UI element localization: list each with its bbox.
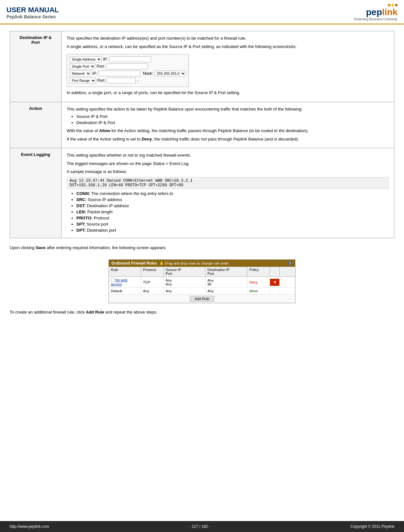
code-line-1: Aug 13 23:47:44 Denied CONN=Ethernet WAN… bbox=[70, 179, 386, 183]
footer-copyright: Copyright © 2011 Peplink bbox=[351, 524, 394, 529]
range-dash: - bbox=[137, 78, 138, 83]
fw-cell-policy-1: Deny bbox=[247, 279, 270, 285]
fw-cell-protocol-2: Any bbox=[141, 288, 164, 294]
mask-label: Mask: bbox=[143, 71, 153, 76]
fw-drag-text: Drag and drop rows to change rule order bbox=[165, 261, 229, 265]
fw-intro-text: Upon clicking Save after entering requir… bbox=[10, 245, 394, 251]
fw-col-actions bbox=[270, 267, 280, 276]
fw-col-policy: Policy bbox=[247, 267, 270, 276]
mask-select[interactable]: 255.255.255.0 bbox=[155, 71, 186, 76]
fw-col-protocol: Protocol bbox=[141, 267, 164, 276]
firewall-section: Upon clicking Save after entering requir… bbox=[10, 245, 394, 315]
fw-header-bar: Outbound Firewall Rules ✋ Drag and drop … bbox=[109, 260, 295, 267]
dest-para-2: A single address, or a network, can be s… bbox=[67, 44, 389, 50]
fw-data-row-1: No web access TCP AnyAny Any80 Deny ✕ bbox=[109, 277, 295, 288]
peplink-logo: peplink Protecting Business Continuity bbox=[354, 4, 398, 21]
table-row-action: Action This setting specifies the action… bbox=[10, 102, 394, 148]
fw-add-rule-row: Add Rule bbox=[109, 295, 295, 303]
port-label-2: Port: bbox=[97, 78, 105, 83]
fw-cell-rule-2: Default bbox=[109, 288, 141, 294]
fw-help-button[interactable]: ? bbox=[287, 261, 293, 266]
fw-col-source: Source IPPort bbox=[164, 267, 206, 276]
fw-drag-icon: ✋ bbox=[159, 261, 164, 265]
footer-page: - 127 / 182 - bbox=[189, 524, 210, 529]
event-bullet-list: CONN: The connection where the log entry… bbox=[76, 191, 389, 233]
event-bullet-dpt: DPT: Destination port bbox=[76, 228, 389, 233]
single-address-select[interactable]: Single Address bbox=[70, 56, 102, 62]
event-bullet-conn: CONN: The connection where the log entry… bbox=[76, 191, 389, 196]
action-bullet-2: Destination IP & Port bbox=[76, 120, 389, 125]
fw-cell-empty-2 bbox=[270, 290, 280, 292]
fw-column-headers: Rule Protocol Source IPPort Destination … bbox=[109, 267, 295, 277]
label-destination: Destination IP &Port bbox=[10, 31, 62, 102]
dest-para-3: In addition, a single port, or a range o… bbox=[67, 90, 389, 96]
logo-link: link bbox=[382, 7, 398, 17]
fw-cell-source-1: AnyAny bbox=[164, 277, 206, 287]
table-row-event-logging: Event Logging This setting specifies whe… bbox=[10, 148, 394, 238]
action-para-1: This setting specifies the action to be … bbox=[67, 106, 389, 112]
page-footer: http://www.peplink.com - 127 / 182 - Cop… bbox=[0, 521, 404, 532]
ip-input-2[interactable] bbox=[99, 71, 140, 76]
destination-label-text: Destination IP &Port bbox=[20, 35, 52, 45]
event-bullet-dst: DST: Destination IP address bbox=[76, 203, 389, 208]
code-block: Aug 13 23:47:44 Denied CONN=Ethernet WAN… bbox=[67, 177, 389, 189]
dot-3 bbox=[395, 4, 398, 6]
drag-handle-icon bbox=[111, 278, 115, 282]
fw-table-wrapper: Outbound Firewall Rules ✋ Drag and drop … bbox=[109, 259, 295, 303]
ip-input-1[interactable] bbox=[109, 56, 151, 62]
logo-dots bbox=[388, 4, 398, 6]
ip-label-1: IP: bbox=[103, 57, 108, 62]
fw-cell-rule-1[interactable]: No web access bbox=[109, 277, 141, 287]
label-action: Action bbox=[10, 102, 62, 148]
event-para-1: This setting specifies whether or not to… bbox=[67, 152, 389, 159]
fw-outro-text: To create an additional firewall rule, c… bbox=[10, 310, 394, 314]
port-range-input[interactable] bbox=[107, 78, 136, 83]
fw-table-title: Outbound Firewall Rules ✋ Drag and drop … bbox=[111, 261, 229, 266]
action-bullet-list: Source IP & Port Destination IP & Port bbox=[76, 114, 389, 125]
fw-col-rule: Rule bbox=[109, 267, 141, 276]
add-rule-button[interactable]: Add Rule bbox=[190, 296, 214, 302]
network-select[interactable]: Network bbox=[70, 71, 91, 76]
fw-cell-source-2: Any bbox=[164, 288, 206, 294]
event-bullet-spt: SPT: Source port bbox=[76, 222, 389, 227]
dest-para-1: This specifies the destination IP addres… bbox=[67, 35, 389, 42]
label-event-logging: Event Logging bbox=[10, 148, 62, 238]
page-header: USER MANUAL Peplink Balance Series pepli… bbox=[0, 0, 404, 24]
main-content: Destination IP &Port This specifies the … bbox=[0, 24, 404, 323]
port-label-1: Port: bbox=[97, 64, 105, 69]
fw-title-text: Outbound Firewall Rules bbox=[111, 261, 157, 266]
code-line-2: DST=192.168.1.20 LEN=48 PROTO=TCP SPT=22… bbox=[70, 183, 386, 188]
event-bullet-len: LEN: Packet length bbox=[76, 209, 389, 214]
event-para-3: A sample message is as follows: bbox=[67, 169, 389, 175]
dot-2 bbox=[391, 4, 394, 6]
fw-table-container: Outbound Firewall Rules ✋ Drag and drop … bbox=[10, 256, 394, 306]
event-para-2: The logged messages are shown on the pag… bbox=[67, 160, 389, 167]
fw-cell-protocol-1: TCP bbox=[141, 279, 164, 285]
page-subtitle: Peplink Balance Series bbox=[6, 14, 59, 19]
ip-row-4: Port Range Port: - bbox=[70, 78, 186, 83]
ip-label-2: IP: bbox=[92, 71, 97, 76]
logo-pep: pep bbox=[366, 7, 382, 17]
table-row-destination: Destination IP &Port This specifies the … bbox=[10, 31, 394, 102]
fw-col-dest: Destination IPPort bbox=[206, 267, 247, 276]
ip-row-1: Single Address IP: bbox=[70, 56, 186, 62]
logo-name: peplink bbox=[366, 7, 398, 17]
content-destination: This specifies the destination IP addres… bbox=[62, 31, 394, 102]
content-event-logging: This setting specifies whether or not to… bbox=[62, 148, 394, 238]
port-range-select[interactable]: Port Range bbox=[70, 78, 96, 83]
action-para-3: If the value of the Action setting is se… bbox=[67, 136, 389, 142]
port-input-1[interactable] bbox=[106, 63, 148, 69]
fw-delete-btn-1[interactable]: ✕ bbox=[270, 279, 280, 286]
main-info-table: Destination IP &Port This specifies the … bbox=[10, 31, 394, 238]
dot-1 bbox=[388, 4, 390, 6]
event-bullet-src: SRC: Source IP address bbox=[76, 197, 389, 202]
content-action: This setting specifies the action to be … bbox=[62, 102, 394, 148]
logo-tagline: Protecting Business Continuity bbox=[354, 17, 398, 21]
event-bullet-proto: PROTO: Protocol bbox=[76, 216, 389, 220]
header-left: USER MANUAL Peplink Balance Series bbox=[6, 6, 59, 19]
single-port-select[interactable]: Single Port bbox=[70, 63, 95, 69]
fw-cell-dest-2: Any bbox=[206, 288, 247, 294]
event-logging-label-text: Event Logging bbox=[21, 152, 50, 157]
ip-screenshot-mockup: Single Address IP: Single Port Port: Net… bbox=[67, 54, 189, 87]
ip-row-3: Network IP: Mask: 255.255.255.0 bbox=[70, 71, 186, 76]
